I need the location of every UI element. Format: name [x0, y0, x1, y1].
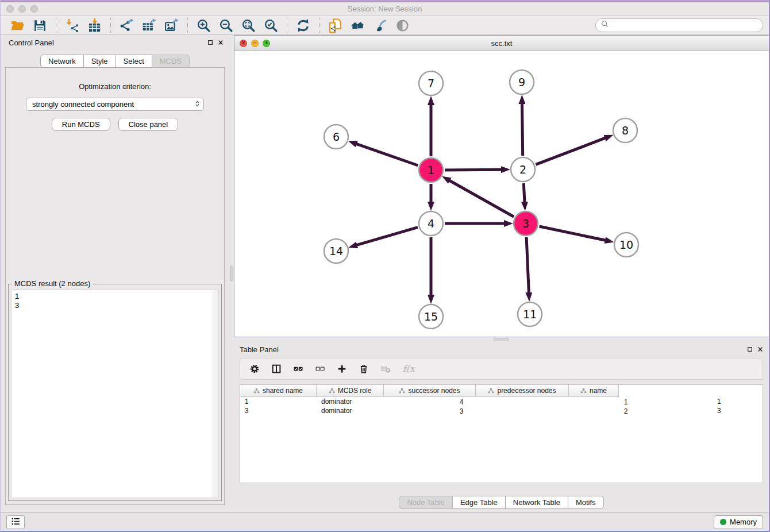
float-panel-icon[interactable]: [207, 40, 213, 45]
deselect-all-button[interactable]: [315, 364, 325, 374]
table-cell[interactable]: 3: [240, 406, 317, 415]
float-table-panel-icon[interactable]: [747, 346, 753, 352]
memory-button[interactable]: Memory: [714, 515, 763, 529]
zoom-fit-icon: [241, 18, 256, 33]
table-panel-title: Table Panel: [240, 345, 279, 354]
add-column-button[interactable]: [337, 364, 347, 374]
graph-node-11[interactable]: 11: [518, 302, 542, 326]
minimize-view-button[interactable]: –: [251, 40, 259, 47]
table-cell[interactable]: 4: [384, 397, 548, 406]
table-cell[interactable]: dominator: [317, 406, 384, 415]
close-view-button[interactable]: ×: [240, 40, 247, 47]
close-table-panel-icon[interactable]: [757, 346, 763, 352]
table-cell[interactable]: 1: [713, 397, 763, 406]
graph-node-14[interactable]: 14: [324, 239, 348, 263]
graph-node-8[interactable]: 8: [613, 118, 637, 142]
result-scrollbar[interactable]: [213, 290, 218, 498]
optimization-criterion-select[interactable]: strongly connected component: [26, 98, 204, 111]
mcds-result-text[interactable]: 13: [11, 290, 219, 498]
network-view-window: × – + scc.txt 1234678910111415: [234, 35, 769, 337]
run-mcds-button[interactable]: Run MCDS: [52, 118, 110, 131]
table-body: 1dominator4113dominator323: [240, 397, 763, 415]
table-row[interactable]: 3dominator323: [240, 406, 763, 415]
graph-edge-3-10[interactable]: [540, 226, 606, 240]
export-network-button[interactable]: [116, 17, 138, 34]
export-table-button[interactable]: [138, 17, 160, 34]
graph-edge-2-8[interactable]: [536, 138, 605, 164]
table-cell[interactable]: 1: [548, 397, 713, 406]
clone-network-button[interactable]: [324, 17, 346, 34]
graph-node-3[interactable]: 3: [514, 211, 538, 236]
tab-style[interactable]: Style: [84, 55, 116, 68]
list-menu-icon: [11, 516, 21, 526]
import-table-button[interactable]: [83, 17, 106, 34]
table-row[interactable]: 1dominator411: [240, 397, 763, 406]
select-all-button[interactable]: [293, 364, 303, 374]
graph-node-2[interactable]: 2: [511, 157, 535, 182]
search-box[interactable]: [595, 18, 763, 32]
column-header-predecessor-nodes[interactable]: predecessor nodes: [476, 385, 569, 397]
zoom-view-button[interactable]: +: [263, 40, 270, 47]
column-header-successor-nodes[interactable]: successor nodes: [384, 385, 476, 397]
graph-edge-1-6[interactable]: [356, 144, 418, 165]
table-cell[interactable]: dominator: [317, 397, 384, 406]
network-canvas[interactable]: 1234678910111415: [234, 51, 769, 337]
search-input[interactable]: [610, 21, 758, 30]
graph-edge-2-3[interactable]: [523, 183, 525, 202]
control-panel: Control Panel NetworkStyleSelectMCDS Opt…: [1, 35, 229, 512]
zoom-fit-button[interactable]: [237, 17, 260, 34]
show-hide-button[interactable]: [391, 17, 414, 34]
zoom-in-button[interactable]: [192, 17, 215, 34]
graph-node-15[interactable]: 15: [419, 304, 443, 329]
save-session-button[interactable]: [29, 17, 51, 34]
open-folder-button[interactable]: [6, 17, 29, 34]
tab-motifs[interactable]: Motifs: [568, 496, 604, 509]
zoom-out-button[interactable]: [215, 17, 237, 34]
zoom-selected-button[interactable]: [260, 17, 282, 34]
graph-node-9[interactable]: 9: [510, 70, 534, 94]
graph-node-7[interactable]: 7: [419, 71, 443, 95]
graph-edge-1-2[interactable]: [445, 169, 502, 170]
table-cell[interactable]: 3: [713, 406, 763, 415]
close-panel-icon[interactable]: [218, 40, 224, 45]
tab-mcds[interactable]: MCDS: [152, 55, 190, 68]
delete-column-button[interactable]: [359, 364, 369, 374]
close-mcds-panel-button[interactable]: Close panel: [118, 118, 179, 131]
split-columns-button[interactable]: [271, 364, 282, 374]
vertical-splitter[interactable]: [229, 35, 234, 512]
clone-network-icon: [328, 18, 342, 33]
splitter-grip[interactable]: [230, 266, 233, 281]
graph-node-4[interactable]: 4: [419, 211, 443, 236]
tab-network-table[interactable]: Network Table: [506, 496, 568, 509]
column-header-MCDS-role[interactable]: MCDS role: [317, 385, 384, 397]
import-network-button[interactable]: [61, 17, 83, 34]
export-image-button[interactable]: [160, 17, 183, 34]
table-cell[interactable]: 1: [240, 397, 317, 406]
graph-node-6[interactable]: 6: [324, 125, 348, 149]
mcds-result-group: MCDS result (2 nodes) 13: [8, 284, 222, 501]
task-history-button[interactable]: [6, 515, 25, 529]
home-layout-button[interactable]: [346, 17, 369, 34]
apply-style-button[interactable]: [369, 17, 391, 34]
graph-edge-3-11[interactable]: [526, 237, 529, 293]
column-header-name[interactable]: name: [569, 385, 619, 397]
splitter-grip[interactable]: [494, 338, 509, 341]
graph-node-1[interactable]: 1: [419, 158, 443, 182]
graph-edge-3-1[interactable]: [449, 180, 514, 217]
table-cell[interactable]: 2: [548, 406, 713, 415]
settings-gear-button[interactable]: [249, 364, 260, 374]
refresh-view-button[interactable]: [292, 17, 314, 34]
column-sort-icon: [253, 388, 260, 394]
tab-edge-table[interactable]: Edge Table: [453, 496, 506, 509]
table-tabs: Node TableEdge TableNetwork TableMotifs: [234, 496, 769, 509]
column-header-shared-name[interactable]: shared name: [240, 385, 317, 397]
graph-edge-4-14[interactable]: [357, 228, 418, 245]
tab-node-table[interactable]: Node Table: [399, 496, 453, 509]
graph-node-10[interactable]: 10: [614, 233, 638, 257]
network-graph: 1234678910111415: [234, 51, 769, 337]
graph-edge-2-9[interactable]: [522, 103, 523, 156]
horizontal-splitter[interactable]: [234, 337, 769, 342]
tab-select[interactable]: Select: [116, 55, 152, 68]
tab-network[interactable]: Network: [40, 55, 84, 68]
table-cell[interactable]: 3: [384, 406, 548, 415]
